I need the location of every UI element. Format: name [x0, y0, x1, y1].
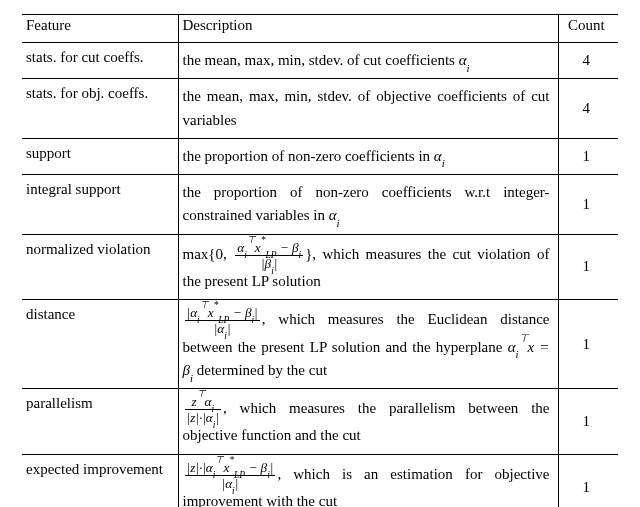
desc-text: , which measures the parallelism between…: [183, 400, 550, 443]
features-table: Feature Description Count stats. for cut…: [22, 14, 618, 507]
description-cell: z⊤αi |z|·|αi| , which measures the paral…: [178, 389, 558, 455]
description-cell: |αi⊤x*LP − βi| |αi| , which measures the…: [178, 300, 558, 389]
count-cell: 1: [558, 175, 618, 235]
alpha-i-symbol: αi: [329, 207, 340, 223]
feature-cell: integral support: [22, 175, 178, 235]
alpha-i-symbol: αi: [459, 52, 470, 68]
description-cell: the proportion of non-zero coefficients …: [178, 138, 558, 174]
distance-fraction: |αi⊤x*LP − βi| |αi|: [185, 306, 260, 335]
parallelism-fraction: z⊤αi |z|·|αi|: [185, 395, 222, 424]
description-cell: the proportion of non-zero coefficients …: [178, 175, 558, 235]
violation-fraction: αi⊤x*LP − βi |βi|: [235, 241, 303, 270]
desc-text: the mean, max, min, stdev. of cut coeffi…: [183, 52, 459, 68]
desc-text: determined by the cut: [193, 362, 327, 378]
table-row: parallelism z⊤αi |z|·|αi| , which measur…: [22, 389, 618, 455]
count-cell: 1: [558, 454, 618, 507]
description-cell: the mean, max, min, stdev. of cut coeffi…: [178, 43, 558, 79]
description-cell: |z|·|αi⊤x*LP − βi| |αi| , which is an es…: [178, 454, 558, 507]
table-row: support the proportion of non-zero coeff…: [22, 138, 618, 174]
desc-text: max{0,: [183, 246, 234, 262]
header-description: Description: [178, 15, 558, 43]
feature-cell: normalized violation: [22, 234, 178, 300]
feature-cell: distance: [22, 300, 178, 389]
feature-cell: support: [22, 138, 178, 174]
count-cell: 1: [558, 138, 618, 174]
feature-cell: expected improvement: [22, 454, 178, 507]
count-cell: 1: [558, 234, 618, 300]
description-cell: max{0, αi⊤x*LP − βi |βi| }, which measur…: [178, 234, 558, 300]
feature-cell: stats. for obj. coeffs.: [22, 79, 178, 139]
desc-text: the proportion of non-zero coefficients …: [183, 148, 434, 164]
alpha-i-symbol: αi: [434, 148, 445, 164]
table-row: stats. for cut coeffs. the mean, max, mi…: [22, 43, 618, 79]
count-cell: 1: [558, 300, 618, 389]
feature-cell: stats. for cut coeffs.: [22, 43, 178, 79]
desc-text: the proportion of non-zero coefficients …: [183, 184, 550, 223]
header-feature: Feature: [22, 15, 178, 43]
expected-improvement-fraction: |z|·|αi⊤x*LP − βi| |αi|: [185, 461, 276, 490]
table-row: expected improvement |z|·|αi⊤x*LP − βi| …: [22, 454, 618, 507]
desc-text: the mean, max, min, stdev. of objective …: [183, 88, 550, 127]
header-count: Count: [558, 15, 618, 43]
description-cell: the mean, max, min, stdev. of objective …: [178, 79, 558, 139]
count-cell: 1: [558, 389, 618, 455]
count-cell: 4: [558, 79, 618, 139]
table-row: stats. for obj. coeffs. the mean, max, m…: [22, 79, 618, 139]
table-row: normalized violation max{0, αi⊤x*LP − βi…: [22, 234, 618, 300]
table-row: integral support the proportion of non-z…: [22, 175, 618, 235]
table-row: distance |αi⊤x*LP − βi| |αi| , which mea…: [22, 300, 618, 389]
table-header-row: Feature Description Count: [22, 15, 618, 43]
count-cell: 4: [558, 43, 618, 79]
feature-cell: parallelism: [22, 389, 178, 455]
